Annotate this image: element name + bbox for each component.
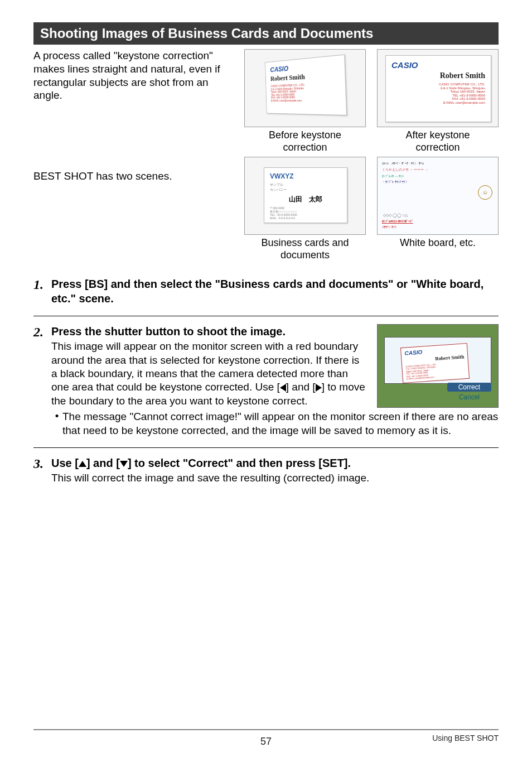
card-lines: CASIO COMPUTER CO., LTD. 2-6-1 Nishi-Shi… — [270, 82, 340, 102]
step-3-number: 3. — [33, 456, 51, 485]
figure-whiteboard-scene: 24 h · ﾒﾓｰﾘ ･ ﾃﾞｰﾀ · ﾗｲﾝ · ﾎｰﾑ くりかえしのメモ … — [377, 157, 499, 235]
step-3-text: This will correct the image and save the… — [51, 471, 499, 485]
step-2-heading: Press the shutter button to shoot the im… — [51, 324, 366, 339]
page-footer: 57 Using BEST SHOT — [33, 729, 499, 742]
step-1-heading: Press [BS] and then select the "Business… — [51, 277, 499, 306]
bullet-icon: • — [51, 410, 62, 437]
figure-before-keystone: CASIO Robert Smith CASIO COMPUTER CO., L… — [244, 49, 366, 127]
triangle-up-icon — [79, 461, 86, 467]
section-banner: Shooting Images of Business Cards and Do… — [33, 22, 499, 45]
step-2-bullet: The message "Cannot correct image!" will… — [62, 410, 499, 437]
divider — [33, 447, 499, 448]
caption-bizdoc: Business cards and documents — [261, 237, 349, 261]
step-2-text: This image will appear on the monitor sc… — [51, 340, 366, 408]
divider — [33, 316, 499, 316]
card-name: Robert Smith — [391, 71, 485, 80]
card-lines: CASIO COMPUTER CO., LTD. 2-6-1 Nishi-Shi… — [391, 83, 485, 105]
caption-before: Before keystone correction — [269, 129, 341, 153]
caption-after: After keystone correction — [405, 129, 470, 153]
figure-after-keystone: CASIO Robert Smith CASIO COMPUTER CO., L… — [377, 49, 499, 127]
menu-correct: Correct — [447, 383, 491, 392]
step-2-number: 2. — [33, 324, 51, 437]
footer-section: Using BEST SHOT — [432, 734, 499, 742]
menu-cancel: Cancel — [447, 393, 491, 402]
step-1-number: 1. — [33, 277, 51, 306]
triangle-left-icon — [280, 384, 286, 392]
scenes-text: BEST SHOT has two scenes. — [33, 157, 223, 261]
figure-confirmation-screen: CASIO Robert Smith CASIO COMPUTER CO., L… — [377, 324, 499, 408]
figure-bizcard-scene: VWXYZ サンプルカンパニー 山田 太郎 〒000-0000東京都○○○○○○… — [244, 157, 366, 235]
intro-text: A process called "keystone correction" m… — [33, 49, 223, 153]
page-number: 57 — [260, 736, 272, 748]
card-brand: CASIO — [391, 60, 485, 70]
bizcard-brand: VWXYZ — [270, 172, 341, 180]
triangle-down-icon — [120, 461, 128, 467]
step-3-heading: Use [] and [] to select "Correct" and th… — [51, 456, 499, 470]
caption-whiteboard: White board, etc. — [400, 237, 476, 249]
card-lines: CASIO COMPUTER CO., LTD. 2-6-1 Nishi-Shi… — [405, 362, 466, 381]
bizcard-jpname: 山田 太郎 — [270, 195, 341, 204]
triangle-right-icon — [316, 384, 322, 392]
